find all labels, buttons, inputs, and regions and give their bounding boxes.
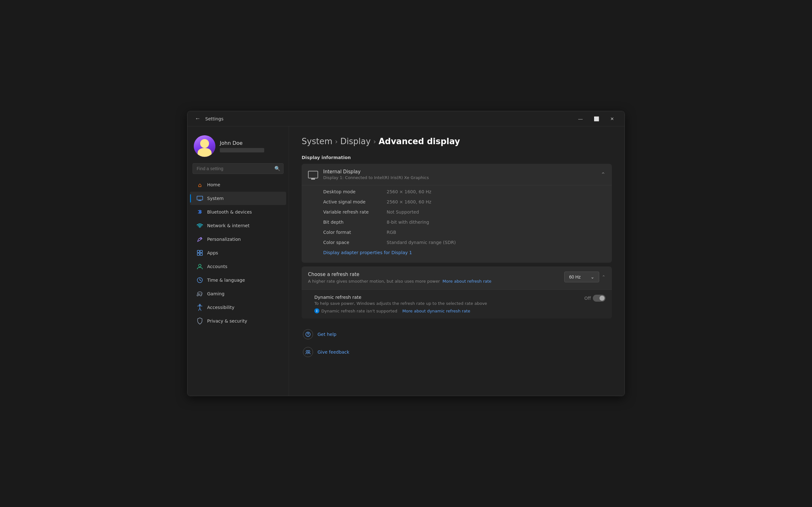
search-input[interactable] xyxy=(193,163,284,174)
display-adapter-link[interactable]: Display adapter properties for Display 1 xyxy=(323,247,412,258)
sidebar-item-accounts[interactable]: Accounts xyxy=(190,260,286,273)
svg-point-12 xyxy=(201,293,201,294)
detail-value-colorspace: Standard dynamic range (SDR) xyxy=(387,240,456,245)
sidebar-nav: ⌂ Home System xyxy=(188,178,289,328)
display-details: Desktop mode 2560 × 1600, 60 Hz Active s… xyxy=(302,185,612,263)
dynamic-refresh-desc: To help save power, Windows adjusts the … xyxy=(314,301,584,306)
sidebar-item-accessibility[interactable]: Accessibility xyxy=(190,301,286,314)
svg-point-14 xyxy=(199,304,200,305)
refresh-desc: A higher rate gives smoother motion, but… xyxy=(308,279,558,284)
sidebar-item-accounts-label: Accounts xyxy=(207,264,227,269)
svg-rect-5 xyxy=(200,250,202,252)
bluetooth-icon xyxy=(196,209,203,216)
sidebar-item-gaming[interactable]: Gaming xyxy=(190,287,286,300)
minimize-button[interactable]: — xyxy=(573,114,588,124)
detail-value-desktop: 2560 × 1600, 60 Hz xyxy=(387,189,432,194)
detail-label-colorformat: Color format xyxy=(323,230,387,235)
sidebar-item-network[interactable]: Network & internet xyxy=(190,219,286,232)
sidebar-item-system[interactable]: System xyxy=(190,192,286,205)
get-help-label: Get help xyxy=(317,332,337,337)
app-title: Settings xyxy=(205,116,223,121)
sidebar-item-home[interactable]: ⌂ Home xyxy=(190,178,286,191)
refresh-rate-card: Choose a refresh rate A higher rate give… xyxy=(302,267,612,319)
refresh-rate-dropdown[interactable]: 60 Hz ⌄ xyxy=(564,272,599,282)
svg-point-16 xyxy=(308,335,308,336)
refresh-more-link[interactable]: More about refresh rate xyxy=(443,279,491,284)
dynamic-warning-text: Dynamic refresh rate isn't supported xyxy=(321,308,397,314)
detail-row-colorformat: Color format RGB xyxy=(323,227,606,237)
content-area: System › Display › Advanced display Disp… xyxy=(289,126,624,396)
sidebar-item-bluetooth-label: Bluetooth & devices xyxy=(207,210,252,215)
apps-icon xyxy=(196,249,203,257)
dynamic-refresh-section: Dynamic refresh rate To help save power,… xyxy=(302,289,612,319)
refresh-rate-value: 60 Hz xyxy=(569,274,581,279)
display-header[interactable]: Internal Display Display 1: Connected to… xyxy=(302,164,612,185)
sidebar-item-network-label: Network & internet xyxy=(207,223,250,228)
give-feedback-icon xyxy=(303,347,313,357)
display-header-text: Internal Display Display 1: Connected to… xyxy=(323,169,429,180)
dynamic-refresh-title: Dynamic refresh rate xyxy=(314,295,584,300)
maximize-button[interactable]: ⬜ xyxy=(589,114,604,124)
sidebar-item-time[interactable]: Time & language xyxy=(190,274,286,287)
detail-label-colorspace: Color space xyxy=(323,240,387,245)
sidebar-item-personalization[interactable]: Personalization xyxy=(190,233,286,246)
dynamic-refresh-warning: i Dynamic refresh rate isn't supported M… xyxy=(314,308,584,314)
dropdown-chevron-icon: ⌄ xyxy=(591,274,595,279)
sidebar-item-home-label: Home xyxy=(207,182,220,187)
back-button[interactable]: ← xyxy=(193,114,203,124)
personalization-icon xyxy=(196,236,203,243)
close-button[interactable]: ✕ xyxy=(605,114,619,124)
svg-rect-4 xyxy=(197,250,200,252)
svg-point-17 xyxy=(306,350,308,352)
detail-row-colorspace: Color space Standard dynamic range (SDR) xyxy=(323,237,606,247)
svg-rect-7 xyxy=(200,253,202,256)
display-subtitle: Display 1: Connected to Intel(R) Iris(R)… xyxy=(323,175,429,180)
network-icon xyxy=(196,222,203,229)
breadcrumb-system[interactable]: System xyxy=(302,136,333,146)
svg-point-13 xyxy=(201,294,201,295)
sidebar-item-apps-label: Apps xyxy=(207,250,218,256)
refresh-title: Choose a refresh rate xyxy=(308,272,558,277)
sidebar: John Doe 🔍 ⌂ Home xyxy=(188,126,289,396)
get-help-link[interactable]: Get help xyxy=(302,326,612,343)
sidebar-item-time-label: Time & language xyxy=(207,278,245,283)
display-information-title: Display information xyxy=(302,155,612,160)
sidebar-item-privacy[interactable]: Privacy & security xyxy=(190,314,286,328)
info-icon: i xyxy=(314,308,319,314)
sidebar-item-gaming-label: Gaming xyxy=(207,291,224,296)
sidebar-item-privacy-label: Privacy & security xyxy=(207,319,247,324)
breadcrumb-sep-2: › xyxy=(373,137,376,146)
display-title: Internal Display xyxy=(323,169,429,175)
give-feedback-link[interactable]: Give feedback xyxy=(302,344,612,360)
toggle-thumb xyxy=(600,296,605,301)
dynamic-refresh-row: Dynamic refresh rate To help save power,… xyxy=(314,295,606,314)
internal-display-card: Internal Display Display 1: Connected to… xyxy=(302,164,612,263)
accessibility-icon xyxy=(196,304,203,311)
dynamic-refresh-toggle[interactable]: Off xyxy=(584,295,606,302)
detail-row-vrr: Variable refresh rate Not Supported xyxy=(323,207,606,217)
avatar[interactable] xyxy=(194,135,215,157)
user-info: John Doe xyxy=(220,140,264,153)
time-icon xyxy=(196,277,203,284)
svg-point-2 xyxy=(200,227,200,228)
sidebar-item-apps[interactable]: Apps xyxy=(190,246,286,260)
detail-value-colorformat: RGB xyxy=(387,230,396,235)
avatar-image xyxy=(194,135,215,157)
breadcrumb: System › Display › Advanced display xyxy=(302,136,612,146)
toggle-track[interactable] xyxy=(593,295,606,302)
svg-point-18 xyxy=(308,350,310,352)
refresh-info: Choose a refresh rate A higher rate give… xyxy=(308,272,564,284)
home-icon: ⌂ xyxy=(196,181,203,188)
detail-label-signal: Active signal mode xyxy=(323,199,387,205)
detail-row-signal: Active signal mode 2560 × 1600, 60 Hz xyxy=(323,197,606,207)
breadcrumb-sep-1: › xyxy=(335,137,338,146)
detail-label-bitdepth: Bit depth xyxy=(323,220,387,225)
dynamic-more-link[interactable]: More about dynamic refresh rate xyxy=(403,308,470,314)
breadcrumb-display[interactable]: Display xyxy=(340,136,371,146)
main-layout: John Doe 🔍 ⌂ Home xyxy=(188,126,624,396)
search-box: 🔍 xyxy=(193,163,284,174)
sidebar-item-bluetooth[interactable]: Bluetooth & devices xyxy=(190,205,286,219)
svg-rect-6 xyxy=(197,253,200,256)
system-icon xyxy=(196,195,203,202)
detail-row-desktop: Desktop mode 2560 × 1600, 60 Hz xyxy=(323,187,606,197)
